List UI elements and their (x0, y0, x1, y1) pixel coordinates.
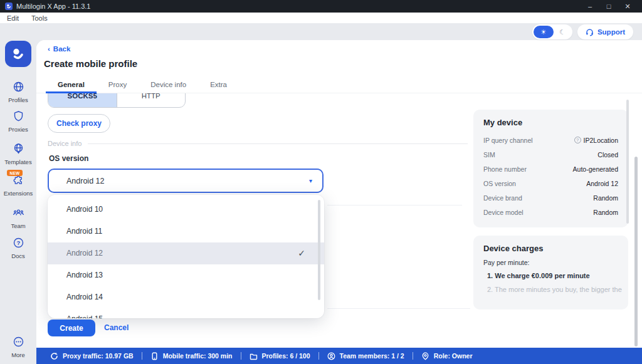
sidebar-item-profiles[interactable]: Profiles (0, 81, 36, 103)
panel-scrollbar[interactable] (626, 100, 629, 224)
sidebar-label: Extensions (0, 190, 36, 197)
dropdown-option-android-13[interactable]: Android 13 (48, 264, 324, 286)
dropdown-option-android-15[interactable]: Android 15 (48, 308, 324, 318)
dropdown-scrollbar[interactable] (318, 200, 320, 300)
my-device-panel: My device IP query channel ? IP2Location… (473, 110, 628, 227)
back-button[interactable]: ‹ Back (48, 45, 70, 53)
tab-bar: General Proxy Device info Extra (46, 78, 239, 93)
theme-toggle[interactable]: ☀ ☾ (532, 24, 572, 39)
badge-icon (421, 352, 429, 360)
folder-icon (250, 352, 258, 360)
status-separator (142, 352, 142, 360)
multilogin-logo[interactable] (5, 41, 31, 67)
minimize-button[interactable]: – (581, 0, 599, 13)
sidebar-item-extensions[interactable]: NEW Extensions (0, 174, 36, 197)
dark-mode-icon[interactable]: ☾ (554, 28, 571, 36)
user-icon (327, 352, 335, 360)
tab-general[interactable]: General (46, 78, 97, 93)
os-version-label: OS version (49, 154, 88, 163)
dropdown-option-android-11[interactable]: Android 11 (48, 221, 324, 242)
charge-item-1: 1. We charge €0.009 per minute (487, 272, 618, 279)
dropdown-option-android-12[interactable]: Android 12 ✓ (48, 242, 324, 264)
status-profiles: Profiles: 6 / 100 (250, 352, 310, 360)
sidebar-item-templates[interactable]: Templates (0, 143, 36, 165)
status-label: Profiles: 6 / 100 (262, 352, 310, 360)
sidebar-label: Docs (0, 252, 36, 259)
page-scrollbar[interactable] (634, 157, 638, 346)
dropdown-option-android-10[interactable]: Android 10 (48, 199, 324, 221)
sidebar: Profiles Proxies Templates NEW Extension… (0, 23, 36, 364)
device-row-phone-number: Phone number Auto-generated (483, 162, 618, 176)
sidebar-label: Proxies (0, 126, 36, 133)
device-info-section-label: Device info (48, 140, 82, 147)
charge-item-2: 2. The more minutes you buy, the bigger … (487, 286, 618, 293)
segment-socks5[interactable]: SOCKS5 (48, 93, 117, 107)
status-team-members: Team members: 1 / 2 (327, 352, 404, 360)
os-version-select[interactable]: Android 12 ▾ (48, 169, 324, 193)
page-header: ‹ Back Create mobile profile General Pro… (36, 40, 642, 93)
svg-text:?: ? (16, 239, 20, 246)
maximize-button[interactable]: □ (599, 0, 618, 13)
row-value: Random (593, 194, 618, 202)
segment-http[interactable]: HTTP (117, 93, 186, 107)
tab-extra[interactable]: Extra (198, 78, 239, 93)
status-label: Mobile traffic: 300 min (163, 352, 233, 360)
os-version-dropdown: Android 10 Android 11 Android 12 ✓ Andro… (48, 195, 324, 318)
globe-icon (13, 81, 24, 93)
menu-tools[interactable]: Tools (31, 14, 48, 22)
sidebar-label: More (0, 351, 36, 358)
app-logo-icon (5, 3, 13, 10)
support-button[interactable]: Support (577, 24, 633, 39)
tab-proxy[interactable]: Proxy (97, 78, 139, 93)
check-proxy-button[interactable]: Check proxy (48, 114, 110, 133)
row-value: Closed (597, 151, 618, 159)
row-value: Android 12 (586, 180, 618, 187)
menu-edit[interactable]: Edit (7, 14, 19, 22)
question-icon: ? (13, 237, 24, 249)
device-row-device-brand: Device brand Random (483, 190, 618, 205)
back-label: Back (53, 45, 71, 53)
refresh-icon (50, 352, 58, 360)
globe-pin-icon (13, 143, 24, 155)
row-value: Auto-generated (573, 165, 618, 173)
content-card: ‹ Back Create mobile profile General Pro… (36, 40, 642, 348)
check-icon: ✓ (298, 242, 305, 264)
ellipsis-icon (13, 336, 24, 348)
close-button[interactable]: ✕ (618, 0, 637, 13)
sidebar-label: Profiles (0, 96, 36, 103)
my-device-title: My device (483, 118, 618, 127)
status-role: Role: Owner (421, 352, 473, 360)
create-button[interactable]: Create (48, 320, 95, 336)
option-label: Android 12 (66, 242, 103, 264)
device-info-section-divider: Device info (48, 140, 468, 147)
device-charges-panel: Device charges Pay per minute: 1. We cha… (473, 236, 628, 309)
row-label: Phone number (483, 165, 527, 173)
status-proxy-traffic: Proxy traffic: 10.97 GB (50, 352, 134, 360)
puzzle-icon: NEW (13, 174, 24, 186)
device-row-os-version: OS version Android 12 (483, 176, 618, 190)
os-version-value: Android 12 (66, 177, 104, 185)
window-title: Multilogin X App - 11.3.1 (16, 3, 90, 10)
row-label: Device model (483, 209, 524, 216)
device-row-device-model: Device model Random (483, 205, 618, 219)
row-label: SIM (483, 151, 495, 159)
dropdown-option-android-14[interactable]: Android 14 (48, 286, 324, 308)
sidebar-label: Templates (0, 159, 36, 165)
device-charges-title: Device charges (483, 244, 618, 253)
row-label: OS version (483, 180, 516, 187)
support-label: Support (597, 28, 625, 36)
app-body: Profiles Proxies Templates NEW Extension… (0, 23, 642, 364)
sidebar-item-proxies[interactable]: Proxies (0, 110, 36, 133)
sidebar-item-docs[interactable]: ? Docs (0, 237, 36, 259)
proxy-type-segmented-control: SOCKS5 HTTP (48, 93, 186, 108)
row-value: Random (593, 209, 618, 216)
pay-per-minute-label: Pay per minute: (483, 259, 618, 266)
people-icon (13, 207, 24, 219)
tab-device-info[interactable]: Device info (139, 78, 198, 93)
sidebar-item-team[interactable]: Team (0, 207, 36, 229)
cancel-button[interactable]: Cancel (104, 323, 129, 332)
background-divider (327, 205, 462, 205)
help-icon[interactable]: ? (574, 137, 581, 143)
light-mode-icon[interactable]: ☀ (534, 26, 554, 38)
sidebar-item-more[interactable]: More (0, 336, 36, 358)
